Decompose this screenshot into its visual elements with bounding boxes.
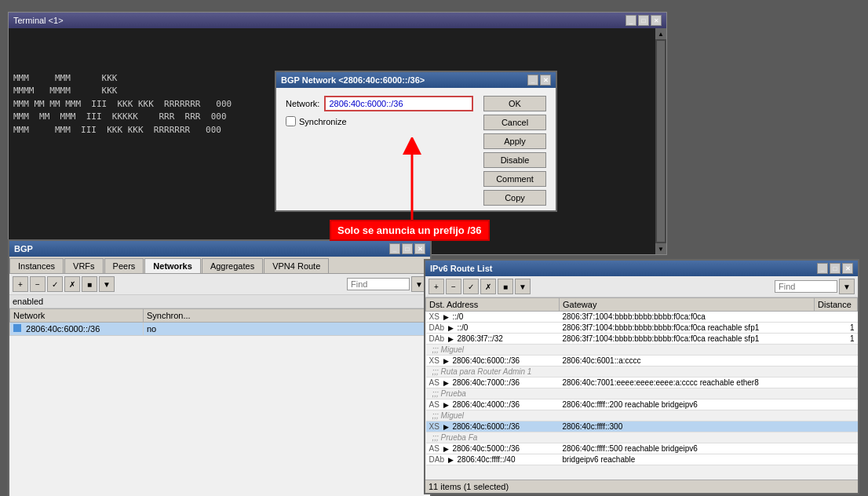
table-row[interactable]: AS ▶ 2806:40c:5000::/36 2806:40c:ffff::5…	[426, 443, 858, 454]
table-row[interactable]: DAb ▶ 2806:3f7::/32 2806:3f7:1004:bbbb:b…	[426, 334, 858, 345]
ipv6-window: IPv6 Route List _ □ ✕ + − ✓ ✗ ■ ▼ ▼ Dst.…	[424, 259, 859, 494]
route-type: DAb	[429, 334, 444, 343]
col-gw[interactable]: Gateway	[560, 298, 815, 312]
bgp-tabs: Instances VRFs Peers Networks Aggregates…	[9, 257, 430, 274]
route-type: AS	[429, 444, 439, 453]
bgp-close[interactable]: ✕	[414, 243, 425, 254]
cell-gw: 2806:3f7:1004:bbbb:bbbb:bbbb:f0ca:f0ca	[560, 312, 815, 323]
cancel-button[interactable]: Cancel	[483, 115, 546, 130]
cell-gw: 2806:40c:ffff::200 reachable bridgeipv6	[560, 399, 815, 410]
cell-dst: AS ▶ 2806:40c:7000::/36	[426, 377, 560, 388]
expand-icon: ▶	[443, 423, 449, 431]
maximize-btn[interactable]: □	[638, 15, 649, 26]
ipv6-filter-btn[interactable]: ▼	[515, 279, 531, 294]
dialog-minimize[interactable]: _	[527, 75, 538, 86]
tab-vpn4route[interactable]: VPN4 Route	[264, 258, 329, 273]
table-row[interactable]: ;;; Miguel	[426, 410, 858, 421]
disable-btn[interactable]: ✗	[64, 276, 80, 292]
table-row[interactable]: ;;; Miguel	[426, 345, 858, 356]
expand-icon: ▶	[443, 313, 449, 321]
cell-gw: 2806:40c:ffff::300	[560, 421, 815, 432]
ipv6-title: IPv6 Route List	[430, 264, 492, 273]
minimize-btn[interactable]: _	[625, 15, 636, 26]
edit-btn[interactable]: ■	[82, 276, 97, 292]
network-input[interactable]	[324, 96, 473, 111]
expand-icon: ▶	[448, 324, 454, 332]
remove-btn[interactable]: −	[30, 276, 46, 292]
ipv6-table-container[interactable]: Dst. Address Gateway Distance XS ▶ ::/0 …	[425, 297, 858, 475]
dst-address: 2806:40c:6000::/36	[452, 422, 520, 431]
col-dist[interactable]: Distance	[815, 298, 858, 312]
table-row[interactable]: XS ▶ ::/0 2806:3f7:1004:bbbb:bbbb:bbbb:f…	[426, 312, 858, 323]
ipv6-toolbar: + − ✓ ✗ ■ ▼ ▼	[425, 276, 858, 297]
close-btn[interactable]: ✕	[651, 15, 662, 26]
ipv6-disable-btn[interactable]: ✗	[480, 279, 496, 294]
ipv6-close[interactable]: ✕	[842, 263, 853, 274]
table-row[interactable]: ;;; Prueba	[426, 388, 858, 399]
ipv6-remove-btn[interactable]: −	[446, 279, 461, 294]
enabled-label: enabled	[9, 295, 430, 308]
table-row[interactable]: AS ▶ 2806:40c:4000::/36 2806:40c:ffff::2…	[426, 399, 858, 410]
add-btn[interactable]: +	[13, 276, 28, 292]
cell-gw: 2806:3f7:1004:bbbb:bbbb:bbbb:f0ca:f0ca r…	[560, 323, 815, 334]
table-row[interactable]: DAb ▶ ::/0 2806:3f7:1004:bbbb:bbbb:bbbb:…	[426, 323, 858, 334]
expand-icon: ▶	[443, 401, 449, 409]
cell-dst: XS ▶ ::/0	[426, 312, 560, 323]
ipv6-edit-btn[interactable]: ■	[498, 279, 513, 294]
bgp-maximize[interactable]: □	[402, 243, 413, 254]
scroll-thumb[interactable]	[657, 41, 665, 242]
table-row[interactable]: XS ▶ 2806:40c:6000::/36 2806:40c:ffff::3…	[426, 421, 858, 432]
table-row[interactable]: DAb ▶ 2806:40c:ffff::/40 bridgeipv6 reac…	[426, 454, 858, 465]
dialog-controls: _ ✕	[527, 75, 551, 86]
table-row[interactable]: AS ▶ 2806:40c:7000::/36 2806:40c:7001:ee…	[426, 377, 858, 388]
comment-button[interactable]: Comment	[483, 171, 546, 187]
filter-btn[interactable]: ▼	[99, 276, 115, 292]
dialog-close[interactable]: ✕	[540, 75, 551, 86]
ipv6-maximize[interactable]: □	[830, 263, 841, 274]
scroll-down[interactable]: ▼	[655, 243, 666, 254]
table-row[interactable]: 2806:40c:6000::/36 no	[10, 323, 430, 336]
ipv6-add-btn[interactable]: +	[429, 279, 444, 294]
cell-network: 2806:40c:6000::/36	[10, 323, 144, 336]
enable-btn[interactable]: ✓	[47, 276, 63, 292]
cell-dst: DAb ▶ 2806:3f7::/32	[426, 334, 560, 345]
copy-button[interactable]: Copy	[483, 190, 546, 206]
cell-gw: 2806:40c:ffff::500 reachable bridgeipv6	[560, 443, 815, 454]
tab-peers[interactable]: Peers	[104, 258, 144, 273]
scroll-up[interactable]: ▲	[655, 28, 666, 39]
ok-button[interactable]: OK	[483, 96, 546, 111]
route-type: XS	[429, 422, 439, 431]
bgp-titlebar: BGP _ □ ✕	[9, 241, 430, 257]
table-row[interactable]: ;;; Ruta para Router Admin 1	[426, 367, 858, 377]
ipv6-find-input[interactable]	[775, 280, 837, 293]
ipv6-enable-btn[interactable]: ✓	[463, 279, 479, 294]
route-type: AS	[429, 378, 439, 387]
terminal-titlebar: Terminal <1> _ □ ✕	[9, 13, 666, 28]
tab-networks[interactable]: Networks	[144, 258, 201, 273]
ipv6-minimize[interactable]: _	[817, 263, 828, 274]
terminal-controls: _ □ ✕	[625, 15, 662, 26]
cell-gw: 2806:40c:7001:eeee:eeee:eeee:a:cccc reac…	[560, 377, 815, 388]
col-sync[interactable]: Synchron...	[144, 309, 430, 323]
tab-aggregates[interactable]: Aggregates	[202, 258, 263, 273]
terminal-scrollbar[interactable]: ▲ ▼	[655, 28, 666, 254]
bgp-controls: _ □ ✕	[389, 243, 425, 254]
apply-button[interactable]: Apply	[483, 133, 546, 149]
col-dst[interactable]: Dst. Address	[426, 298, 560, 312]
bgp-minimize[interactable]: _	[389, 243, 400, 254]
table-row[interactable]: XS ▶ 2806:40c:6000::/36 2806:40c:6001::a…	[426, 356, 858, 367]
annotation-text: Solo se anuncia un prefijo /36	[337, 224, 482, 236]
sync-checkbox[interactable]	[286, 116, 296, 126]
tab-vrfs[interactable]: VRFs	[64, 258, 104, 273]
expand-icon: ▶	[443, 357, 449, 365]
table-row[interactable]: ;;; Prueba Fa	[426, 432, 858, 443]
find-input[interactable]	[347, 278, 410, 290]
network-field-row: Network:	[286, 96, 476, 111]
cell-dist	[815, 399, 858, 410]
ipv6-find-arrow[interactable]: ▼	[839, 279, 855, 294]
tab-instances[interactable]: Instances	[9, 258, 64, 273]
enabled-text: enabled	[13, 297, 43, 306]
disable-button[interactable]: Disable	[483, 152, 546, 168]
cell-dst: XS ▶ 2806:40c:6000::/36	[426, 421, 560, 432]
col-network[interactable]: Network	[10, 309, 144, 323]
